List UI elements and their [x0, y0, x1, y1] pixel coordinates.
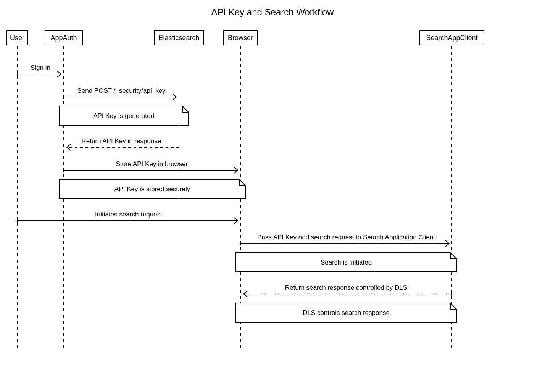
message-initiate-search: Initiates search request	[17, 211, 238, 224]
svg-text:Pass API Key and search reques: Pass API Key and search request to Searc…	[257, 234, 435, 241]
diagram-title: API Key and Search Workflow	[211, 7, 334, 17]
sequence-diagram: API Key and Search Workflow User AppAuth…	[0, 0, 545, 392]
note-search-initiated: Search is initiated	[236, 253, 456, 272]
actor-label-appauth: AppAuth	[50, 34, 77, 42]
svg-text:Sign in: Sign in	[31, 64, 50, 71]
note-api-key-stored: API Key is stored securely	[59, 179, 245, 198]
svg-text:API Key is stored securely: API Key is stored securely	[114, 186, 190, 193]
actor-label-elastic: Elasticsearch	[158, 34, 199, 42]
svg-text:Search is initiated: Search is initiated	[321, 259, 372, 266]
message-return-search-response: Return search response controlled by DLS	[243, 284, 452, 297]
svg-text:Store API Key in browser: Store API Key in browser	[116, 160, 188, 168]
svg-text:Return search response control: Return search response controlled by DLS	[285, 284, 407, 291]
message-send-post: Send POST /_security/api_key	[64, 87, 176, 100]
svg-text:Send POST /_security/api_key: Send POST /_security/api_key	[77, 87, 166, 94]
svg-text:Return API Key in response: Return API Key in response	[82, 137, 161, 145]
svg-text:API Key is generated: API Key is generated	[93, 112, 154, 119]
message-pass-api-key: Pass API Key and search request to Searc…	[240, 234, 449, 247]
actor-label-user: User	[10, 34, 24, 42]
actor-label-searchclient: SearchAppClient	[426, 34, 477, 42]
svg-text:DLS controls search response: DLS controls search response	[303, 309, 390, 316]
note-api-key-generated: API Key is generated	[59, 106, 189, 125]
actor-label-browser: Browser	[228, 34, 253, 42]
note-dls-controls: DLS controls search response	[236, 303, 456, 322]
message-sign-in: Sign in	[17, 64, 61, 77]
message-return-api-key: Return API Key in response	[67, 137, 179, 150]
svg-text:Initiates search request: Initiates search request	[95, 211, 162, 218]
message-store-api-key: Store API Key in browser	[64, 160, 238, 173]
